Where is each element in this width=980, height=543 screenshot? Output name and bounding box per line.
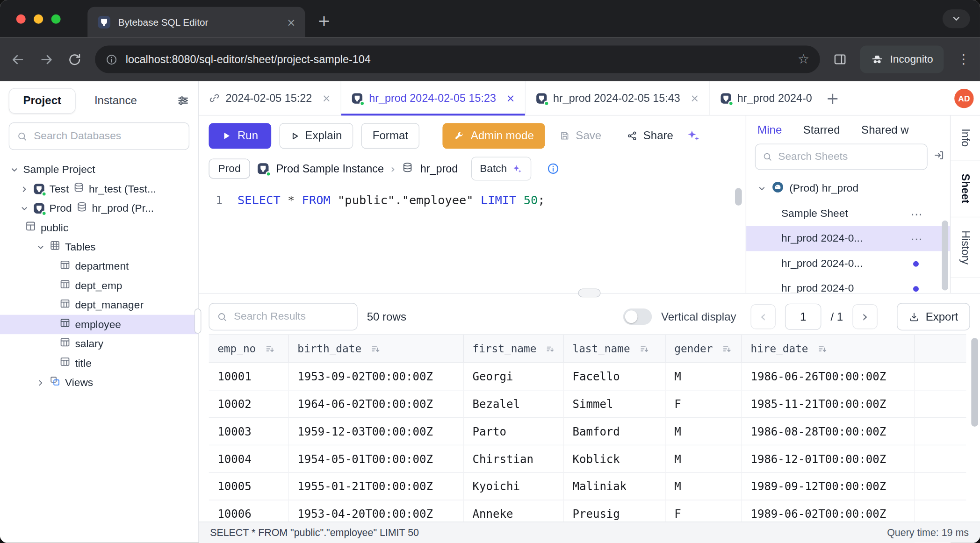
table-cell[interactable]: Anneke xyxy=(464,500,564,522)
results-divider[interactable] xyxy=(199,293,980,299)
table-cell[interactable]: Bamford xyxy=(564,418,666,445)
sort-icon[interactable] xyxy=(371,344,380,353)
sheet-item[interactable]: hr_prod 2024-0... xyxy=(746,251,950,276)
table-cell[interactable]: 1955-01-21T00:00:00Z xyxy=(289,473,464,500)
tab-search-chevron-button[interactable] xyxy=(943,9,970,28)
tree-item-schema-public[interactable]: public xyxy=(0,218,198,237)
export-button[interactable]: Export xyxy=(897,303,970,330)
sort-icon[interactable] xyxy=(265,344,274,353)
table-cell[interactable]: 1953-09-02T00:00:00Z xyxy=(289,363,464,391)
prev-page-button[interactable]: ‹ xyxy=(750,304,775,329)
table-cell[interactable]: 1954-05-01T00:00:00Z xyxy=(289,445,464,473)
tree-item-dept-emp[interactable]: dept_emp xyxy=(0,276,198,295)
table-row[interactable]: 100061953-04-20T00:00:00ZAnnekePreusigF1… xyxy=(209,500,966,522)
new-sheet-tab-button[interactable]: + xyxy=(820,81,845,115)
table-cell[interactable]: F xyxy=(666,390,742,418)
strip-tab-history[interactable]: History xyxy=(951,217,980,278)
sheet-item-selected[interactable]: hr_prod 2024-0... ⋯ xyxy=(746,226,950,251)
batch-button[interactable]: Batch xyxy=(471,157,531,181)
results-search-input[interactable] xyxy=(234,310,349,323)
close-tab-icon[interactable]: × xyxy=(287,16,295,29)
table-cell[interactable]: 1964-06-02T00:00:00Z xyxy=(289,390,464,418)
table-cell[interactable]: 10006 xyxy=(209,500,288,522)
table-cell[interactable]: Simmel xyxy=(564,390,666,418)
tab-mine[interactable]: Mine xyxy=(757,124,782,137)
sheet-item[interactable]: hr_prod 2024-0 xyxy=(746,276,950,293)
forward-icon[interactable] xyxy=(39,51,54,67)
drag-handle[interactable] xyxy=(578,289,600,298)
new-tab-button[interactable]: + xyxy=(317,12,331,30)
table-cell[interactable]: M xyxy=(666,363,742,391)
column-header-first_name[interactable]: first_name xyxy=(464,335,564,362)
strip-tab-info[interactable]: Info xyxy=(951,115,980,161)
table-cell[interactable]: Georgi xyxy=(464,363,564,391)
table-cell[interactable]: Maliniak xyxy=(564,473,666,500)
sheet-search-input[interactable] xyxy=(778,150,920,163)
browser-tab[interactable]: Bytebase SQL Editor × xyxy=(87,7,305,37)
environment-chip[interactable]: Prod xyxy=(209,159,250,179)
table-cell[interactable]: Koblick xyxy=(564,445,666,473)
reload-icon[interactable] xyxy=(67,52,82,67)
admin-mode-button[interactable]: Admin mode xyxy=(443,123,545,149)
tree-item-salary[interactable]: salary xyxy=(0,334,198,353)
results-search[interactable] xyxy=(209,303,357,330)
close-icon[interactable]: × xyxy=(322,92,331,104)
table-cell[interactable]: 10001 xyxy=(209,363,288,391)
sidebar-resize-handle[interactable] xyxy=(195,308,202,333)
avatar[interactable]: AD xyxy=(954,89,973,108)
table-cell[interactable]: 1986-12-01T00:00:00Z xyxy=(742,445,915,473)
tree-item-employee-selected[interactable]: employee xyxy=(0,315,198,334)
table-cell[interactable]: 1989-06-02T00:00:00Z xyxy=(742,500,915,522)
vertical-display-toggle[interactable] xyxy=(623,308,652,325)
next-page-button[interactable]: › xyxy=(852,304,877,329)
table-cell[interactable]: 1985-11-21T00:00:00Z xyxy=(742,390,915,418)
tab-shared[interactable]: Shared w xyxy=(861,124,909,137)
table-row[interactable]: 100051955-01-21T00:00:00ZKyoichiMaliniak… xyxy=(209,473,966,500)
sheet-menu-icon[interactable]: ⋯ xyxy=(911,207,922,220)
table-cell[interactable]: 10004 xyxy=(209,445,288,473)
tab-starred[interactable]: Starred xyxy=(803,124,840,137)
url-text[interactable]: localhost:8080/sql-editor/sheet/project-… xyxy=(126,53,790,66)
tree-item-title[interactable]: title xyxy=(0,354,198,373)
table-cell[interactable]: 1986-06-26T00:00:00Z xyxy=(742,363,915,391)
table-row[interactable]: 100041954-05-01T00:00:00ZChirstianKoblic… xyxy=(209,445,966,473)
sheet-menu-icon[interactable]: ⋯ xyxy=(911,232,922,245)
ai-sparkles-icon[interactable] xyxy=(686,129,701,143)
run-button[interactable]: Run xyxy=(209,123,271,149)
editor-tab-2-active[interactable]: hr_prod 2024-02-05 15:23 × xyxy=(341,81,526,115)
format-button[interactable]: Format xyxy=(361,123,419,149)
tree-item-hr-test[interactable]: Test hr_test (Test... xyxy=(0,179,198,199)
sort-icon[interactable] xyxy=(546,344,554,353)
editor-tab-1[interactable]: 2024-02-05 15:22 × xyxy=(199,81,341,115)
sheet-group-hr-prod[interactable]: (Prod) hr_prod xyxy=(746,176,950,201)
tree-item-dept-manager[interactable]: dept_manager xyxy=(0,295,198,314)
sort-icon[interactable] xyxy=(722,344,731,353)
strip-tab-sheet[interactable]: Sheet xyxy=(951,161,980,217)
table-cell[interactable]: Preusig xyxy=(564,500,666,522)
column-header-gender[interactable]: gender xyxy=(666,335,742,362)
table-row[interactable]: 100011953-09-02T00:00:00ZGeorgiFacelloM1… xyxy=(209,363,966,391)
address-bar[interactable]: localhost:8080/sql-editor/sheet/project-… xyxy=(95,46,820,73)
table-cell[interactable]: Parto xyxy=(464,418,564,445)
table-row[interactable]: 100021964-06-02T00:00:00ZBezalelSimmelF1… xyxy=(209,390,966,418)
maximize-window-button[interactable] xyxy=(51,14,61,24)
table-cell[interactable]: M xyxy=(666,473,742,500)
column-header-birth_date[interactable]: birth_date xyxy=(289,335,464,362)
save-button[interactable]: Save xyxy=(560,123,602,149)
tab-instance[interactable]: Instance xyxy=(94,94,137,107)
close-window-button[interactable] xyxy=(16,14,26,24)
results-scrollbar[interactable] xyxy=(971,338,978,427)
table-cell[interactable]: 10005 xyxy=(209,473,288,500)
share-button[interactable]: Share xyxy=(627,123,673,149)
tree-item-views-group[interactable]: Views xyxy=(0,373,198,392)
minimize-window-button[interactable] xyxy=(34,14,43,24)
sort-icon[interactable] xyxy=(818,344,827,353)
table-cell[interactable]: Chirstian xyxy=(464,445,564,473)
column-header-last_name[interactable]: last_name xyxy=(564,335,666,362)
page-input[interactable] xyxy=(785,304,821,330)
editor-tab-4[interactable]: hr_prod 2024-0 xyxy=(710,81,820,115)
table-cell[interactable]: Kyoichi xyxy=(464,473,564,500)
bookmark-star-icon[interactable]: ☆ xyxy=(798,52,809,67)
table-cell[interactable]: 1959-12-03T00:00:00Z xyxy=(289,418,464,445)
editor-scrollbar[interactable] xyxy=(735,188,742,205)
